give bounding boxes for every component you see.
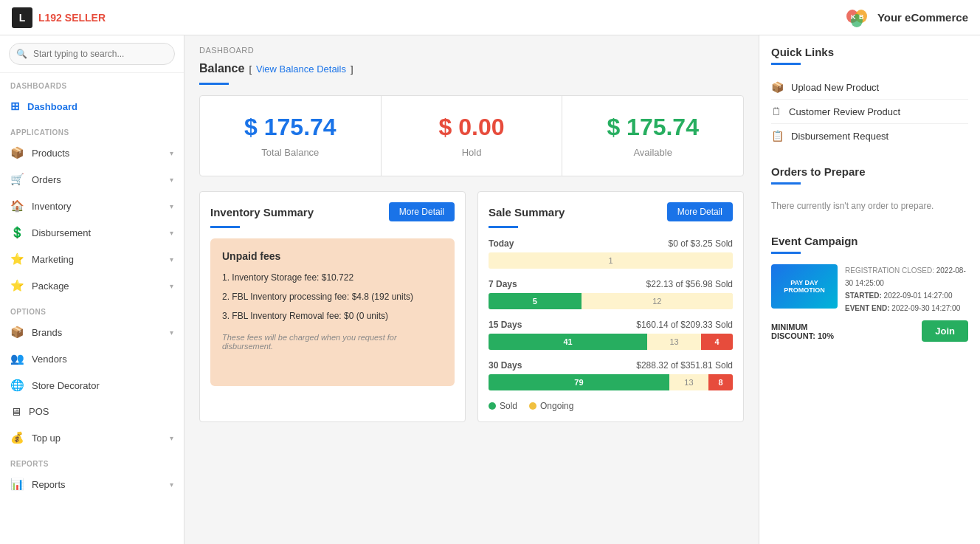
event-end-label: EVENT END:	[845, 304, 890, 312]
sidebar-item-label: Orders	[32, 174, 162, 185]
quick-link-upload-product[interactable]: 📦 Upload New Product	[771, 75, 968, 100]
sold-dot	[489, 402, 496, 410]
store-decorator-icon: 🌐	[10, 379, 24, 392]
balance-header: Balance [ View Balance Details ]	[199, 62, 744, 75]
event-bottom: MINIMUM DISCOUNT: 10% Join	[771, 320, 968, 342]
brand-name: L192 SELLER	[38, 12, 106, 24]
sidebar-item-reports[interactable]: 📊 Reports ▾	[0, 471, 184, 497]
bar-30days-red: 8	[708, 374, 733, 390]
join-button[interactable]: Join	[922, 320, 968, 342]
brand-letter: L	[12, 7, 32, 28]
search-input[interactable]	[9, 43, 175, 65]
sidebar-section-reports: REPORTS	[0, 451, 184, 471]
legend-ongoing: Ongoing	[529, 401, 573, 411]
started-date: 2022-09-01 14:27:00	[884, 292, 953, 300]
sidebar-item-marketing[interactable]: ⭐ Marketing ▾	[0, 246, 184, 272]
quick-link-customer-review[interactable]: 🗒 Customer Review Product	[771, 100, 968, 124]
inventory-icon: 🏠	[10, 199, 24, 213]
quick-link-label: Disbursement Request	[791, 131, 888, 142]
sidebar-item-label: Reports	[32, 479, 162, 490]
bar-7days-sold: 5	[489, 293, 582, 309]
marketing-icon: ⭐	[10, 252, 24, 266]
top-header: L L192 SELLER K B Your eCommerce	[0, 0, 980, 35]
chevron-down-icon: ▾	[170, 434, 173, 442]
search-icon: 🔍	[16, 49, 27, 59]
sidebar-item-label: Dashboard	[27, 101, 173, 112]
fee-item-2: 2. FBL Inventory processing fee: $4.8 (1…	[222, 290, 443, 303]
search-box[interactable]: 🔍	[0, 35, 184, 73]
chevron-down-icon: ▾	[170, 176, 173, 184]
sidebar-item-label: Store Decorator	[32, 380, 173, 391]
inventory-more-detail-button[interactable]: More Detail	[389, 202, 455, 221]
sidebar-item-inventory[interactable]: 🏠 Inventory ▾	[0, 193, 184, 219]
chevron-down-icon: ▾	[170, 229, 173, 237]
sidebar-item-label: Products	[32, 148, 162, 159]
bar-30days-ongoing: 13	[669, 374, 708, 390]
fee-item-3: 3. FBL Inventory Removal fee: $0 (0 unit…	[222, 309, 443, 323]
sale-label-7days: 7 Days	[489, 279, 517, 289]
sidebar-item-topup[interactable]: 💰 Top up ▾	[0, 424, 184, 451]
fee-item-1: 1. Inventory Storage fee: $10.722	[222, 271, 443, 284]
quick-link-label: Upload New Product	[791, 82, 879, 93]
sale-summary-panel: Sale Summary More Detail Today $0 of $3.…	[477, 191, 744, 422]
legend-sold-label: Sold	[500, 401, 517, 411]
sale-row-15days: 15 Days $160.14 of $209.33 Sold 41 13 4	[489, 320, 733, 350]
inventory-summary-panel: Inventory Summary More Detail Unpaid fee…	[199, 191, 466, 422]
sidebar-item-dashboard[interactable]: ⊞ Dashboard	[0, 93, 184, 120]
bar-today-ongoing: 1	[489, 252, 733, 269]
disbursement-request-icon: 📋	[771, 130, 784, 142]
sale-summary-title: Sale Summary	[489, 206, 565, 218]
chevron-down-icon: ▾	[170, 481, 173, 489]
view-balance-link[interactable]: View Balance Details	[256, 63, 346, 75]
quick-link-label: Customer Review Product	[789, 106, 900, 117]
event-details: REGISTRATION CLOSED: 2022-08-30 14:25:00…	[845, 264, 968, 314]
sale-row-today: Today $0 of $3.25 Sold 1	[489, 238, 733, 269]
quick-links-underline	[771, 63, 801, 65]
sale-more-detail-button[interactable]: More Detail	[667, 202, 733, 221]
sidebar-item-brands[interactable]: 📦 Brands ▾	[0, 319, 184, 345]
available-label: Available	[577, 147, 728, 158]
sidebar-item-vendors[interactable]: 👥 Vendors	[0, 345, 184, 372]
sale-label-15days: 15 Days	[489, 320, 522, 330]
sidebar-item-products[interactable]: 📦 Products ▾	[0, 140, 184, 166]
sidebar-item-orders[interactable]: 🛒 Orders ▾	[0, 166, 184, 193]
upload-product-icon: 📦	[771, 81, 784, 93]
started-label: STARTED:	[845, 292, 882, 300]
sidebar-item-label: Vendors	[32, 354, 173, 365]
summary-wrapper: Inventory Summary More Detail Unpaid fee…	[199, 191, 744, 422]
sidebar-item-label: Marketing	[32, 254, 162, 265]
sidebar-item-label: Top up	[32, 433, 162, 444]
products-icon: 📦	[10, 146, 24, 159]
breadcrumb: DASHBOARD	[199, 46, 744, 55]
topup-icon: 💰	[10, 431, 24, 444]
brand-logo: L L192 SELLER	[12, 7, 106, 28]
sidebar-item-package[interactable]: ⭐ Package ▾	[0, 272, 184, 299]
content-area: DASHBOARD Balance [ View Balance Details…	[184, 35, 759, 544]
sidebar-section-options: OPTIONS	[0, 299, 184, 319]
kb-logo-icon: K B	[843, 4, 870, 31]
brands-icon: 📦	[10, 326, 24, 339]
orders-icon: 🛒	[10, 173, 24, 186]
available-amount: $ 175.74	[577, 114, 728, 141]
chevron-down-icon: ▾	[170, 328, 173, 337]
sidebar-item-label: Package	[32, 280, 162, 292]
event-title: Event Campaign	[771, 235, 968, 247]
customer-review-icon: 🗒	[771, 106, 781, 117]
unpaid-fees-box: Unpaid fees 1. Inventory Storage fee: $1…	[210, 238, 455, 386]
sale-underline	[489, 226, 518, 228]
bar-15days-red: 4	[701, 334, 733, 350]
hold-amount: $ 0.00	[396, 114, 548, 141]
balance-underline	[199, 83, 229, 85]
chevron-down-icon: ▾	[170, 282, 173, 290]
reports-icon: 📊	[10, 478, 24, 491]
sidebar-item-store-decorator[interactable]: 🌐 Store Decorator	[0, 372, 184, 399]
sidebar-item-pos[interactable]: 🖥 POS	[0, 399, 184, 424]
sale-value-30days: $288.32 of $351.81 Sold	[636, 360, 733, 371]
sidebar-item-disbursement[interactable]: 💲 Disbursement ▾	[0, 219, 184, 246]
inventory-summary-header: Inventory Summary More Detail	[210, 202, 455, 221]
svg-text:B: B	[859, 13, 864, 21]
sale-value-today: $0 of $3.25 Sold	[669, 238, 733, 249]
vendors-icon: 👥	[10, 352, 24, 365]
quick-link-disbursement-request[interactable]: 📋 Disbursement Request	[771, 124, 968, 148]
bar-7days-ongoing: 12	[582, 293, 733, 309]
